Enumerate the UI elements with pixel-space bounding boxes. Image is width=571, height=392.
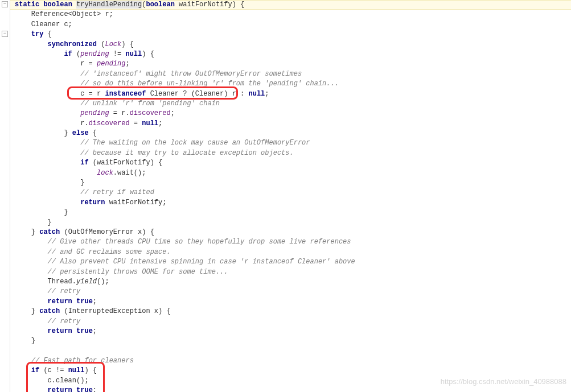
code-line: return waitForNotify; — [11, 198, 571, 208]
method-call: yield — [76, 278, 97, 286]
keyword: catch — [39, 307, 60, 315]
fold-icon[interactable]: − — [2, 1, 8, 7]
code-line: // Fast path for cleaners — [11, 356, 571, 366]
keyword: return — [48, 327, 72, 335]
keyword: return — [48, 298, 72, 306]
code-line: // Give other threads CPU time so they h… — [11, 237, 571, 247]
keyword: if — [31, 366, 39, 374]
keyword: null — [142, 119, 158, 127]
code-line: Thread.yield(); — [11, 277, 571, 287]
keyword: return — [48, 386, 72, 392]
watermark: https://blog.csdn.net/weixin_40988088 — [441, 377, 566, 387]
comment: // retry — [48, 317, 81, 325]
keyword: null — [248, 90, 265, 98]
code-line: static boolean tryHandlePending(boolean … — [11, 0, 571, 10]
code-line: // persistently throws OOME for some tim… — [11, 267, 571, 277]
code-line: } else { — [11, 129, 571, 138]
keyword: return — [80, 199, 105, 207]
keyword: synchronized — [48, 40, 97, 48]
code-line: // so do this before un-linking 'r' from… — [11, 79, 571, 89]
code-line: c = r instanceof Cleaner ? (Cleaner) r :… — [11, 89, 571, 99]
code-line: pending = r.discovered; — [11, 109, 571, 118]
comment: // Give other threads CPU time so they h… — [48, 238, 351, 246]
code-line: } catch (InterruptedException x) { — [11, 307, 571, 316]
param: waitForNotify — [179, 1, 232, 9]
keyword: null — [125, 50, 142, 58]
code-line: synchronized (Lock) { — [11, 40, 571, 49]
comment: // 'instanceof' might throw OutOfMemoryE… — [80, 70, 302, 78]
code-line: } catch (OutOfMemoryError x) { — [11, 228, 571, 237]
comment: // and GC reclaims some space. — [48, 248, 171, 256]
keyword: else — [72, 129, 89, 137]
code-line: Cleaner c; — [11, 20, 571, 30]
text: Reference<Object> r; — [31, 10, 113, 18]
field: discovered — [89, 119, 130, 127]
comment: // persistently throws OOME for some tim… — [48, 268, 228, 276]
field: discovered — [130, 109, 171, 117]
comment: // so do this before un-linking 'r' from… — [80, 80, 339, 88]
method-name: tryHandlePending — [76, 1, 142, 9]
keyword: null — [68, 366, 85, 374]
code-line: // retry — [11, 317, 571, 327]
code-line: // 'instanceof' might throw OutOfMemoryE… — [11, 69, 571, 79]
comment: // Also prevent CPU intensive spinning i… — [48, 258, 355, 266]
gutter: − − — [0, 0, 10, 392]
keyword: if — [80, 159, 88, 167]
comment: // retry if waited — [80, 188, 154, 196]
comment: // The waiting on the lock may cause an … — [80, 139, 310, 147]
code-line: } — [11, 178, 571, 188]
comment: // retry — [48, 287, 81, 295]
code-line: r = pending; — [11, 59, 571, 69]
keyword: boolean — [43, 1, 72, 9]
keyword: true — [72, 298, 93, 306]
code-line: return true; — [11, 327, 571, 336]
keyword: catch — [39, 228, 60, 236]
code-line: lock.wait(); — [11, 168, 571, 178]
code-line: if (waitForNotify) { — [11, 158, 571, 168]
field: pending — [97, 60, 125, 68]
code-line: // retry — [11, 287, 571, 296]
code-line: if (pending != null) { — [11, 49, 571, 59]
keyword: boolean — [146, 1, 174, 9]
code-line: // and GC reclaims some space. — [11, 247, 571, 257]
code-line: // unlink 'r' from 'pending' chain — [11, 99, 571, 109]
keyword: instanceof — [105, 90, 146, 98]
code-line: // Also prevent CPU intensive spinning i… — [11, 257, 571, 267]
keyword: true — [72, 327, 93, 335]
text: ) { — [232, 1, 245, 9]
keyword: if — [64, 50, 72, 58]
code-line: if (c != null) { — [11, 366, 571, 376]
code-line: } — [11, 208, 571, 217]
code-line: } — [11, 218, 571, 228]
code-line: // The waiting on the lock may cause an … — [11, 138, 571, 148]
fold-icon[interactable]: − — [2, 31, 8, 37]
code-editor[interactable]: static boolean tryHandlePending(boolean … — [11, 0, 571, 392]
code-line: r.discovered = null; — [11, 119, 571, 129]
keyword: try — [31, 30, 44, 38]
code-line: return true; — [11, 297, 571, 307]
code-line: // retry if waited — [11, 188, 571, 197]
comment: // because it may try to allocate except… — [80, 149, 293, 157]
code-line: } — [11, 336, 571, 346]
code-line: Reference<Object> r; — [11, 10, 571, 19]
code-line: // because it may try to allocate except… — [11, 148, 571, 158]
code-line: try { — [11, 30, 571, 39]
field: pending — [80, 109, 109, 117]
field: pending — [80, 50, 109, 58]
code-line — [11, 346, 571, 356]
field: Lock — [105, 40, 121, 48]
keyword: true — [72, 386, 93, 392]
comment: // unlink 'r' from 'pending' chain — [80, 100, 220, 108]
text: Cleaner c; — [31, 20, 72, 28]
comment: // Fast path for cleaners — [31, 357, 134, 365]
field: lock — [97, 169, 113, 177]
keyword: static — [15, 1, 39, 9]
